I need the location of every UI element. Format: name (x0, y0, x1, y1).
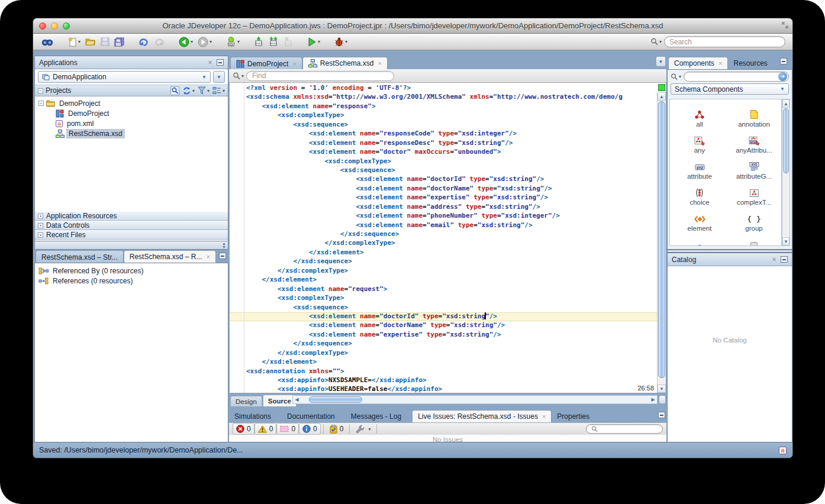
undo-button[interactable] (137, 35, 151, 49)
palette-tab-resources[interactable]: Resources (728, 57, 772, 70)
search-tree-button[interactable] (170, 86, 179, 95)
code-editor[interactable]: <?xml version = '1.0' encoding = 'UTF-8'… (229, 83, 666, 393)
structure-item[interactable]: Referenced By (0 resources) (35, 266, 228, 276)
component-category-selector[interactable]: Schema Components ▼ (671, 83, 789, 95)
scroll-right-icon[interactable]: ▶ (649, 397, 657, 402)
build-all-button[interactable]: 0101 (266, 35, 281, 49)
dropdown-caret-icon[interactable]: ▾ (191, 39, 193, 44)
dropdown-caret-icon[interactable]: ▾ (207, 88, 210, 93)
scrollbar-thumb[interactable] (658, 101, 665, 378)
minimize-structure-panel-icon[interactable] (219, 253, 226, 259)
component-attribute[interactable]: XYZattribute (673, 159, 726, 180)
maven-indicator-icon[interactable]: a (779, 447, 787, 454)
dropdown-caret-icon[interactable]: ▾ (345, 39, 347, 44)
accordion-application-resources[interactable]: +Application Resources (35, 211, 228, 221)
minimize-window-button[interactable] (51, 22, 58, 30)
dropdown-caret-icon[interactable]: ▾ (318, 39, 320, 44)
tree-item-demoproject[interactable]: DemoProject (35, 108, 228, 118)
scroll-down-icon[interactable]: ▼ (658, 385, 666, 393)
filter-button[interactable]: ▾ (198, 86, 210, 95)
bottom-tab-live-issues-restschema-xsd-iss[interactable]: Live Issues: RestSchema.xsd - Issues× (412, 410, 552, 423)
components-scrollbar[interactable]: ▲ ▼ (782, 99, 790, 246)
editor-tab-demoproject[interactable]: DemoProject× (230, 57, 302, 70)
warning-badge[interactable]: 0 (254, 423, 277, 435)
todo-badge[interactable]: 0 (326, 423, 347, 435)
dropdown-caret-icon[interactable]: ▾ (192, 88, 195, 93)
accordion-expand-icon[interactable]: + (38, 232, 43, 238)
bottom-tab-simulations[interactable]: Simulations (229, 410, 276, 423)
wrench-badge[interactable]: ▾ (352, 423, 374, 435)
structure-tab[interactable]: RestSchema.xsd – R...× (124, 250, 216, 263)
components-search-options-icon[interactable]: ▾ (671, 73, 681, 80)
dropdown-caret-icon[interactable]: ▾ (237, 39, 240, 44)
application-menu-button[interactable]: ▼ (213, 71, 225, 83)
hscrollbar-thumb[interactable] (309, 396, 362, 403)
global-search-input[interactable] (669, 38, 758, 46)
close-tab-icon[interactable]: × (542, 413, 546, 420)
structure-tab[interactable]: RestSchema.xsd – Str... (36, 250, 124, 263)
application-selector[interactable]: DemoApplication ▼ (38, 71, 211, 83)
editor-horizontal-scrollbar[interactable]: ◀ ▶ (292, 395, 658, 404)
title-bar[interactable]: Oracle JDeveloper 12c – DemoApplication.… (33, 18, 792, 34)
component-element[interactable]: element (673, 211, 726, 232)
find-binoculars-button[interactable] (40, 35, 55, 49)
dropdown-caret-icon[interactable]: ▾ (210, 39, 212, 44)
close-tab-icon[interactable]: × (292, 60, 296, 67)
palette-tab-components[interactable]: Components× (668, 57, 728, 70)
scroll-up-icon[interactable]: ▲ (658, 92, 666, 101)
components-scroll-down-icon[interactable]: ▼ (782, 237, 789, 245)
component-anyAttribu-[interactable]: XYZanyAttribu... (728, 133, 780, 154)
tree-item-restschema-xsd[interactable]: RestSchema.xsd (35, 128, 228, 138)
run-button[interactable]: ▾ (305, 35, 322, 49)
bottom-tab-documentation[interactable]: Documentation (282, 410, 340, 423)
save-button[interactable] (99, 35, 111, 49)
redo-button[interactable] (152, 35, 166, 49)
minimize-issues-panel-icon[interactable] (658, 412, 665, 418)
component-clipped[interactable] (728, 237, 780, 246)
component-all[interactable]: all (673, 106, 726, 128)
editor-vertical-scrollbar[interactable]: ▲ ▼ (657, 92, 666, 393)
component-choice[interactable]: choice (673, 185, 726, 206)
zoom-window-button[interactable] (63, 22, 70, 30)
close-tab-icon[interactable]: × (718, 60, 722, 67)
close-window-button[interactable] (39, 22, 46, 30)
projects-collapse-icon[interactable]: − (38, 88, 43, 93)
component-complexT-[interactable]: complexT... (728, 185, 780, 206)
tree-item-pom-xml[interactable]: apom.xml (35, 118, 228, 128)
search-scope-icon[interactable]: ▾ (650, 38, 662, 46)
components-search-go-icon[interactable]: ➔ (778, 72, 787, 81)
component-attributeG-[interactable]: XYZattributeG... (728, 159, 780, 180)
resize-grip-icon[interactable] (781, 21, 789, 29)
close-tab-icon[interactable]: × (378, 60, 382, 67)
dropdown-caret-icon[interactable]: ▾ (368, 427, 370, 432)
dropdown-caret-icon[interactable]: ▾ (223, 88, 225, 93)
forward-button[interactable]: ▾ (196, 35, 214, 49)
bottom-tab-messages-log[interactable]: Messages - Log (346, 410, 407, 423)
bottom-tab-properties[interactable]: Properties (552, 410, 595, 423)
close-panel-icon[interactable]: × (206, 59, 214, 67)
accordion-data-controls[interactable]: +Data Controls (35, 221, 228, 230)
close-catalog-icon[interactable]: × (770, 256, 778, 264)
view-options-button[interactable]: ▾ (212, 86, 225, 95)
open-folder-button[interactable] (83, 35, 98, 49)
components-search-input[interactable] (689, 73, 778, 81)
issues-filter-input[interactable] (598, 425, 657, 433)
refresh-button[interactable]: ▾ (182, 86, 195, 95)
component-any[interactable]: any (673, 133, 726, 154)
tree-expander-icon[interactable]: − (38, 101, 44, 106)
minimize-catalog-icon[interactable] (781, 256, 788, 263)
structure-item[interactable]: References (0 resources) (35, 276, 228, 286)
info-badge[interactable]: 0 (299, 423, 321, 435)
debug-button[interactable]: ▾ (333, 35, 349, 49)
view-tab-design[interactable]: Design (230, 396, 262, 406)
accordion-recent-files[interactable]: +Recent Files (35, 230, 228, 240)
minimize-components-panel-icon[interactable] (780, 58, 787, 64)
database-button[interactable]: SQL▾ (224, 35, 241, 49)
component-clipped[interactable]: n (673, 237, 726, 246)
minimize-panel-icon[interactable] (217, 59, 224, 66)
new-file-button[interactable]: ▾ (66, 35, 82, 49)
find-input[interactable] (252, 72, 388, 80)
save-all-button[interactable] (112, 35, 126, 49)
scroll-left-icon[interactable]: ◀ (293, 397, 301, 402)
component-annotation[interactable]: annotation (728, 106, 780, 128)
